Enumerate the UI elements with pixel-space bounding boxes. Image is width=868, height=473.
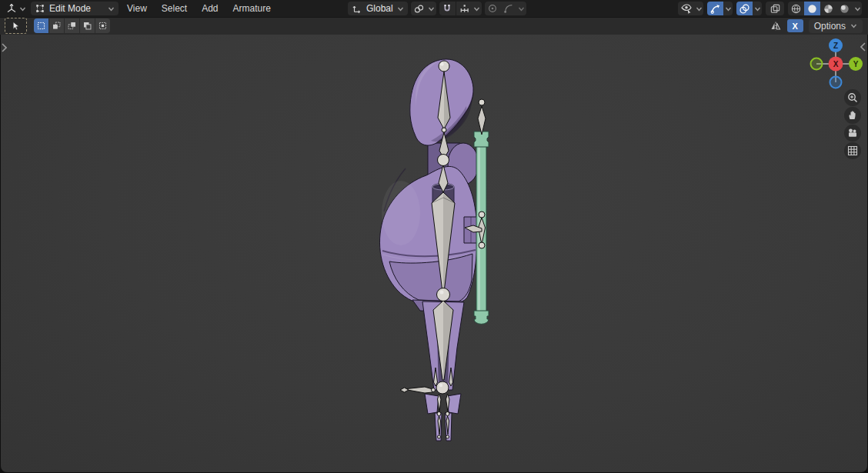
xray-toggle[interactable]: [766, 2, 784, 15]
chevron-down-icon: [696, 5, 703, 12]
overlays-group: [736, 2, 762, 15]
joint-hip: [437, 288, 450, 301]
select-extend-icon: [52, 21, 62, 31]
chevron-down-icon: [19, 5, 26, 12]
blender-window: Z Y X: [0, 0, 868, 473]
active-tool-button[interactable]: [5, 18, 27, 34]
select-intersect-icon: [98, 21, 108, 31]
select-mode-set[interactable]: [34, 18, 48, 33]
joint-head-top: [439, 61, 449, 72]
viewport-header: Edit Mode View Select Add Armature Globa…: [0, 0, 868, 17]
xray-icon: [770, 3, 781, 15]
joint-highlight-2: [440, 291, 444, 295]
options-dropdown[interactable]: Options: [809, 19, 863, 33]
select-mode-invert[interactable]: [80, 18, 95, 33]
toolbar-toggle-chevron[interactable]: [0, 42, 8, 54]
chevron-down-icon: [850, 22, 857, 29]
perspective-toggle-button[interactable]: [844, 142, 861, 159]
gizmo-x-label: X: [833, 60, 839, 68]
staff-pommel: [474, 311, 489, 324]
select-mode-extend[interactable]: [49, 18, 64, 33]
shading-rendered[interactable]: [836, 2, 853, 15]
shading-group: [788, 2, 862, 15]
select-subtract-icon: [67, 21, 77, 31]
x-mirror-toggle[interactable]: X: [787, 19, 803, 32]
camera-view-button[interactable]: [844, 125, 861, 142]
torso-sheen: [382, 181, 420, 245]
snap-toggle[interactable]: [439, 2, 456, 15]
nav-gizmo[interactable]: Z Y X: [806, 35, 866, 94]
mode-dropdown[interactable]: Edit Mode: [31, 2, 119, 15]
orientation-dropdown[interactable]: Global: [348, 2, 408, 15]
chevron-down-icon: [473, 5, 480, 12]
chevron-down-icon: [518, 5, 525, 12]
gizmo-axis-neg-z[interactable]: [830, 77, 842, 88]
editor-3d-viewport-icon: [5, 2, 18, 15]
joint-highlight-1: [440, 62, 443, 65]
chevron-down-icon: [397, 5, 404, 12]
snap-magnet-icon: [442, 3, 452, 14]
gizmos-dropdown[interactable]: [723, 2, 733, 15]
tool-settings-bar: X Options: [0, 17, 868, 35]
overlays-icon: [739, 3, 750, 15]
staff-bone: [478, 106, 486, 135]
edit-mode-icon: [35, 3, 45, 14]
object-visibility-dropdown[interactable]: [678, 2, 703, 15]
zoom-button[interactable]: [844, 89, 861, 106]
shading-dropdown[interactable]: [853, 2, 862, 15]
joint-toe-r2: [446, 435, 449, 438]
menu-add[interactable]: Add: [195, 0, 224, 17]
gizmos-toggle[interactable]: [707, 2, 723, 15]
joint-heel: [432, 388, 436, 392]
gizmo-z-label: Z: [833, 42, 838, 50]
heel-bone-tip: [400, 388, 409, 392]
editor-type-button[interactable]: [3, 2, 28, 15]
falloff-dropdown[interactable]: [501, 2, 517, 15]
snap-dropdown[interactable]: [472, 2, 482, 15]
shading-wireframe-icon: [790, 3, 802, 15]
pan-hand-icon: [846, 109, 859, 122]
pivot-point-dropdown[interactable]: [411, 2, 436, 15]
select-mode-subtract[interactable]: [65, 18, 79, 33]
chevron-down-icon: [108, 5, 115, 12]
proportional-edit-group: [485, 2, 526, 15]
overlays-dropdown[interactable]: [753, 2, 762, 15]
menu-armature[interactable]: Armature: [227, 0, 277, 17]
gizmos-group: [707, 2, 733, 15]
joint-highlight-3: [439, 384, 442, 387]
camera-icon: [846, 127, 859, 139]
select-invert-icon: [82, 21, 92, 31]
snapping-group: [439, 2, 482, 15]
chevron-down-icon: [428, 5, 435, 12]
shading-solid[interactable]: [804, 2, 820, 15]
zoom-icon: [846, 92, 859, 104]
chevron-down-icon: [754, 5, 761, 12]
select-mode-intersect[interactable]: [95, 18, 110, 33]
joint-hand-top: [479, 212, 485, 218]
toe-bone-left-1: [438, 394, 442, 412]
joint-neck: [438, 155, 449, 166]
menu-select[interactable]: Select: [155, 0, 193, 17]
falloff-curve-icon: [503, 3, 514, 14]
chevron-down-icon: [854, 5, 861, 12]
shading-material[interactable]: [820, 2, 836, 15]
ortho-grid-icon: [846, 145, 859, 157]
pivot-point-icon: [413, 3, 425, 15]
overlays-toggle[interactable]: [736, 2, 753, 15]
snap-settings[interactable]: [456, 2, 472, 15]
proportional-edit-icon: [487, 3, 498, 14]
sidebar-toggle-chevron[interactable]: [860, 41, 867, 53]
gizmos-icon: [709, 3, 721, 15]
orientation-global-icon: [352, 3, 362, 14]
joint-toe-r1: [446, 412, 449, 416]
menu-view[interactable]: View: [121, 0, 153, 17]
joint-staff-top: [479, 99, 485, 105]
shading-wireframe[interactable]: [788, 2, 804, 15]
foot-wing-left: [425, 394, 439, 414]
snap-increment-icon: [459, 3, 470, 15]
tweak-tool-icon: [11, 21, 21, 31]
character-mesh[interactable]: [379, 59, 479, 441]
proportional-edit-toggle[interactable]: [485, 2, 501, 15]
gizmo-axis-neg-y[interactable]: [811, 58, 823, 70]
pan-button[interactable]: [844, 107, 861, 124]
